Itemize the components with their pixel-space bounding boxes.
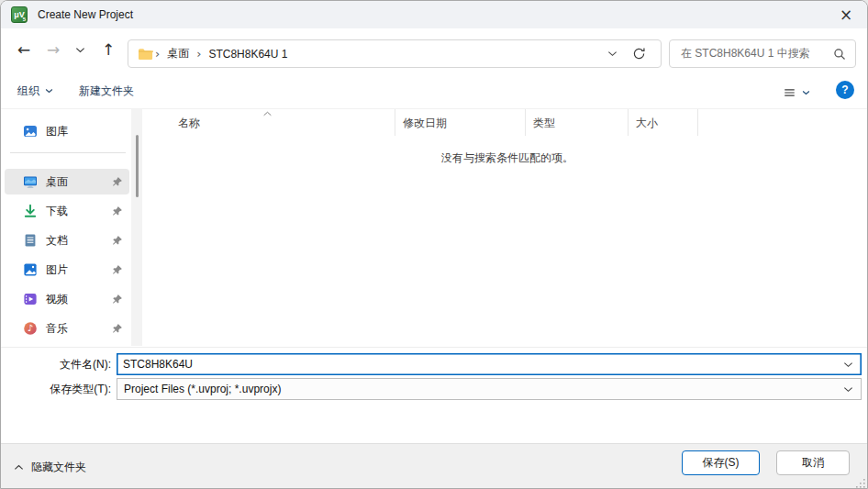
pin-icon — [112, 264, 123, 275]
empty-folder-message: 没有与搜索条件匹配的项。 — [146, 150, 868, 166]
uvision-logo-icon: μV 5 — [11, 6, 28, 23]
recent-locations-chevron-icon[interactable] — [69, 36, 91, 63]
uvision-logo-sub: 5 — [23, 17, 26, 22]
address-dropdown-chevron-icon[interactable] — [600, 47, 625, 61]
filetype-row: 保存类型(T): Project Files (*.uvproj; *.uvpr… — [1, 378, 867, 400]
list-view-icon — [783, 86, 796, 99]
filetype-label: 保存类型(T): — [1, 378, 111, 400]
sidebar-item-label: 视频 — [46, 292, 68, 307]
filename-combobox — [117, 353, 862, 375]
pin-icon — [112, 323, 123, 334]
back-button[interactable]: ← — [10, 36, 38, 63]
videos-icon — [23, 292, 38, 306]
sidebar-item-label: 下载 — [46, 204, 68, 219]
music-note-glyph: ♪ — [23, 321, 38, 336]
column-header-type[interactable]: 类型 — [526, 109, 629, 136]
forward-button[interactable]: → — [39, 36, 67, 63]
hide-folders-label: 隐藏文件夹 — [31, 460, 86, 475]
sidebar-item-documents[interactable]: 文档 — [5, 228, 129, 253]
sidebar-scrollbar-thumb[interactable] — [136, 135, 139, 197]
pin-icon — [112, 176, 123, 187]
new-folder-label: 新建文件夹 — [79, 83, 134, 99]
sort-ascending-icon — [262, 111, 273, 117]
filetype-selected-value: Project Files (*.uvproj; *.uvprojx) — [117, 383, 843, 395]
up-button[interactable]: ↑ — [95, 36, 122, 63]
sidebar-separator — [10, 152, 126, 153]
hide-folders-button[interactable]: 隐藏文件夹 — [14, 455, 86, 479]
pictures-icon — [23, 262, 38, 277]
breadcrumb-desktop[interactable]: 桌面 — [161, 43, 195, 64]
search-placeholder: 在 STC8H8K64U 1 中搜索 — [681, 46, 833, 61]
file-list: 名称 修改日期 类型 大小 没有与搜索条件匹配的项。 — [146, 109, 868, 347]
window-title: Create New Project — [38, 8, 133, 21]
help-button[interactable]: ? — [836, 81, 854, 99]
titlebar: μV 5 Create New Project × — [1, 1, 867, 28]
sidebar-item-gallery[interactable]: 图库 — [5, 118, 129, 144]
resize-grip[interactable] — [856, 479, 865, 488]
downloads-icon — [23, 204, 38, 218]
search-icon — [833, 48, 846, 61]
sidebar-item-label: 文档 — [46, 233, 68, 249]
filetype-select[interactable]: Project Files (*.uvproj; *.uvprojx) — [117, 378, 862, 400]
folder-icon — [138, 48, 153, 61]
chevron-down-icon — [45, 88, 53, 94]
save-dialog-window: μV 5 Create New Project × ← → ↑ › 桌面 › S… — [0, 0, 868, 489]
pin-icon — [112, 294, 123, 305]
content-area: 图库 桌面 下载 — [1, 109, 867, 348]
gallery-icon — [23, 124, 38, 139]
column-header-date-modified[interactable]: 修改日期 — [395, 109, 526, 136]
new-folder-button[interactable]: 新建文件夹 — [79, 79, 134, 103]
file-fields-section: 文件名(N): 保存类型(T): Project Files (*.uvproj… — [1, 348, 867, 443]
chevron-up-icon — [14, 464, 24, 471]
sidebar-item-label: 桌面 — [46, 174, 68, 190]
sidebar-item-label: 音乐 — [46, 321, 68, 337]
sidebar-item-music[interactable]: ♪ 音乐 — [5, 316, 129, 341]
filename-label: 文件名(N): — [1, 353, 111, 375]
pin-icon — [112, 235, 123, 246]
sidebar-item-label: 图片 — [46, 262, 68, 278]
chevron-down-icon — [843, 386, 853, 393]
command-toolbar: 组织 新建文件夹 ? — [1, 72, 867, 109]
organize-label: 组织 — [17, 83, 39, 99]
sidebar-item-downloads[interactable]: 下载 — [5, 198, 129, 224]
file-list-header: 名称 修改日期 类型 大小 — [146, 109, 868, 136]
desktop-icon — [23, 174, 38, 189]
sidebar-item-videos[interactable]: 视频 — [5, 286, 129, 312]
filename-input[interactable] — [117, 358, 843, 371]
search-box[interactable]: 在 STC8H8K64U 1 中搜索 — [669, 39, 856, 68]
sidebar-scrollbar[interactable] — [131, 109, 142, 346]
breadcrumb-separator: › — [153, 47, 161, 61]
close-button[interactable]: × — [825, 1, 867, 28]
refresh-button[interactable] — [625, 43, 653, 64]
view-options-button[interactable] — [783, 81, 810, 105]
breadcrumb-separator: › — [195, 47, 203, 61]
cancel-button[interactable]: 取消 — [776, 450, 850, 475]
documents-icon — [23, 233, 38, 248]
column-header-size[interactable]: 大小 — [629, 109, 698, 136]
music-icon: ♪ — [23, 321, 38, 336]
filename-row: 文件名(N): — [1, 353, 867, 375]
navigation-bar: ← → ↑ › 桌面 › STC8H8K64U 1 在 STC8H8K64U 1… — [1, 28, 867, 72]
dialog-footer: 隐藏文件夹 保存(S) 取消 — [1, 443, 867, 489]
save-button[interactable]: 保存(S) — [682, 450, 760, 475]
sidebar-item-pictures[interactable]: 图片 — [5, 257, 129, 283]
pin-icon — [112, 206, 123, 217]
breadcrumb-current-folder[interactable]: STC8H8K64U 1 — [203, 45, 293, 63]
navigation-sidebar: 图库 桌面 下载 — [1, 109, 146, 347]
chevron-down-icon[interactable] — [843, 361, 853, 368]
chevron-down-icon — [802, 90, 810, 95]
organize-button[interactable]: 组织 — [17, 79, 53, 103]
sidebar-item-desktop[interactable]: 桌面 — [5, 169, 129, 194]
address-bar[interactable]: › 桌面 › STC8H8K64U 1 — [128, 39, 662, 68]
sidebar-item-label: 图库 — [46, 124, 68, 139]
